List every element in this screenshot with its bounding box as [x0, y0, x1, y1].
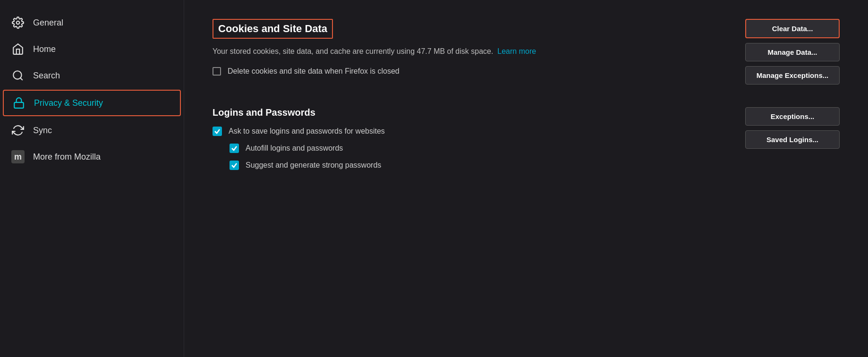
lock-icon	[12, 96, 26, 110]
suggest-passwords-checkbox[interactable]	[230, 161, 239, 170]
cookies-description: Your stored cookies, site data, and cach…	[213, 45, 543, 58]
clear-data-button[interactable]: Clear Data...	[745, 19, 840, 38]
delete-cookies-checkbox[interactable]	[213, 67, 221, 76]
autofill-row: Autofill logins and passwords	[213, 144, 726, 153]
sidebar: General Home Search Privacy & Security	[0, 0, 184, 357]
sidebar-item-home[interactable]: Home	[0, 36, 184, 62]
svg-point-0	[17, 21, 20, 25]
cookies-buttons: Clear Data... Manage Data... Manage Exce…	[745, 19, 840, 85]
suggest-passwords-label: Suggest and generate strong passwords	[246, 161, 381, 170]
logins-content-left: Logins and Passwords Ask to save logins …	[213, 107, 726, 178]
logins-buttons: Exceptions... Saved Logins...	[745, 107, 840, 149]
cookies-content-left: Cookies and Site Data Your stored cookie…	[213, 19, 726, 83]
sidebar-item-home-label: Home	[33, 44, 56, 54]
sidebar-item-privacy-label: Privacy & Security	[34, 98, 103, 108]
main-content: Cookies and Site Data Your stored cookie…	[184, 0, 868, 357]
sidebar-item-sync[interactable]: Sync	[0, 117, 184, 144]
logins-section-title: Logins and Passwords	[213, 107, 726, 118]
cookies-content-row: Cookies and Site Data Your stored cookie…	[213, 19, 840, 85]
sidebar-item-sync-label: Sync	[33, 126, 52, 136]
svg-rect-3	[14, 102, 24, 108]
sidebar-item-mozilla-label: More from Mozilla	[33, 152, 101, 162]
exceptions-button[interactable]: Exceptions...	[745, 107, 840, 126]
sidebar-item-privacy-security[interactable]: Privacy & Security	[3, 90, 181, 116]
gear-icon	[11, 16, 25, 29]
logins-section: Logins and Passwords Ask to save logins …	[213, 107, 840, 178]
manage-data-button[interactable]: Manage Data...	[745, 43, 840, 61]
sidebar-item-general[interactable]: General	[0, 9, 184, 36]
svg-line-2	[20, 78, 23, 80]
saved-logins-button[interactable]: Saved Logins...	[745, 130, 840, 149]
save-logins-label: Ask to save logins and passwords for web…	[229, 127, 385, 136]
home-icon	[11, 42, 25, 56]
autofill-checkbox[interactable]	[230, 144, 239, 153]
mozilla-icon: m	[11, 150, 25, 163]
search-icon	[11, 69, 25, 82]
save-logins-checkbox[interactable]	[213, 127, 222, 136]
delete-cookies-label: Delete cookies and site data when Firefo…	[228, 67, 400, 76]
delete-cookies-row: Delete cookies and site data when Firefo…	[213, 67, 726, 76]
cookies-section-title: Cookies and Site Data	[213, 19, 333, 39]
sidebar-item-search[interactable]: Search	[0, 62, 184, 89]
sync-icon	[11, 124, 25, 137]
save-logins-row: Ask to save logins and passwords for web…	[213, 127, 726, 136]
cookies-section: Cookies and Site Data Your stored cookie…	[213, 19, 840, 85]
manage-exceptions-button[interactable]: Manage Exceptions...	[745, 66, 840, 85]
suggest-passwords-row: Suggest and generate strong passwords	[213, 161, 726, 170]
svg-point-1	[13, 71, 21, 79]
learn-more-link[interactable]: Learn more	[497, 47, 536, 55]
sidebar-item-search-label: Search	[33, 71, 60, 81]
autofill-label: Autofill logins and passwords	[246, 144, 343, 153]
logins-content-row: Logins and Passwords Ask to save logins …	[213, 107, 840, 178]
sidebar-item-general-label: General	[33, 18, 63, 28]
cookies-description-text: Your stored cookies, site data, and cach…	[213, 47, 493, 55]
sidebar-item-mozilla[interactable]: m More from Mozilla	[0, 144, 184, 170]
